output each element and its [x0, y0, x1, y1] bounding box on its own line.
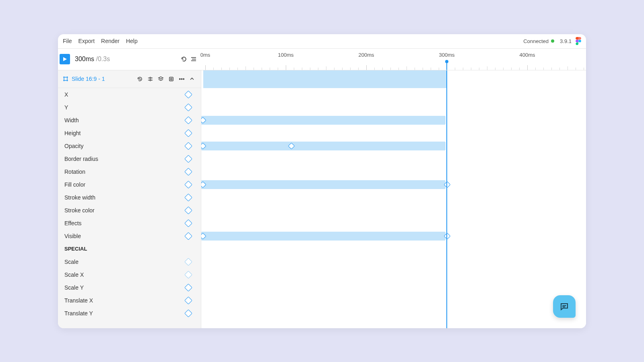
property-label: Scale X — [64, 272, 186, 278]
add-keyframe-button[interactable] — [184, 116, 192, 124]
property-row[interactable]: Translate X — [58, 294, 201, 307]
timeline[interactable] — [201, 70, 586, 328]
add-keyframe-button[interactable] — [184, 90, 192, 99]
add-keyframe-button[interactable] — [184, 284, 192, 292]
track-row[interactable] — [201, 230, 586, 243]
property-row[interactable]: Y — [58, 101, 201, 114]
track-row[interactable] — [201, 281, 586, 294]
add-keyframe-button[interactable] — [184, 193, 192, 202]
target-icon[interactable] — [167, 75, 175, 83]
track-row[interactable] — [201, 191, 586, 204]
add-keyframe-button[interactable] — [184, 206, 192, 214]
loop-icon[interactable] — [180, 56, 188, 63]
add-keyframe-button[interactable] — [184, 258, 192, 266]
property-row[interactable]: Scale Y — [58, 281, 201, 294]
property-row[interactable]: Translate Y — [58, 307, 201, 320]
section-header: SPECIAL — [58, 243, 201, 255]
clip[interactable] — [201, 116, 446, 125]
property-label: Border radius — [64, 156, 186, 162]
add-keyframe-button[interactable] — [184, 142, 192, 150]
menu-export[interactable]: Export — [75, 36, 98, 46]
track-row[interactable] — [201, 204, 586, 217]
menu-help[interactable]: Help — [123, 36, 141, 46]
menu-file[interactable]: File — [60, 36, 75, 46]
track-row[interactable] — [201, 268, 586, 281]
track-row[interactable] — [201, 307, 586, 320]
property-label: Y — [64, 104, 186, 111]
ruler-label: 300ms — [439, 52, 454, 58]
property-row[interactable]: Rotation — [58, 165, 201, 178]
add-keyframe-button[interactable] — [184, 232, 192, 240]
track-row[interactable] — [201, 152, 586, 165]
property-row[interactable]: Stroke color — [58, 204, 201, 217]
property-row[interactable]: Width — [58, 114, 201, 127]
playback-settings-icon[interactable] — [190, 56, 197, 63]
track-row[interactable] — [201, 178, 586, 191]
property-row[interactable]: Visible — [58, 230, 201, 243]
play-button[interactable] — [60, 54, 70, 64]
property-label: Height — [64, 130, 186, 136]
easing-icon[interactable] — [146, 75, 154, 83]
add-keyframe-button[interactable] — [184, 103, 192, 111]
track-row[interactable] — [201, 294, 586, 307]
add-keyframe-button[interactable] — [184, 155, 192, 163]
track-row[interactable] — [201, 101, 586, 114]
track-row[interactable] — [201, 88, 586, 101]
ruler-label: 200ms — [358, 52, 374, 58]
track-row[interactable] — [201, 127, 586, 140]
svg-point-4 — [170, 78, 172, 80]
add-keyframe-button[interactable] — [184, 168, 192, 176]
clip[interactable] — [201, 232, 446, 241]
property-row[interactable]: Scale X — [58, 268, 201, 281]
track-row[interactable] — [201, 140, 586, 152]
history-icon[interactable] — [136, 75, 144, 83]
track-row[interactable] — [201, 243, 586, 255]
clip[interactable] — [201, 142, 446, 150]
svg-point-5 — [179, 78, 180, 79]
property-row[interactable]: Fill color — [58, 178, 201, 191]
add-keyframe-button[interactable] — [184, 219, 192, 227]
menu-render[interactable]: Render — [98, 36, 123, 46]
main: Slide 16:9 - 1 XYWidthHeightOpacityBorde… — [58, 70, 586, 328]
property-row[interactable]: X — [58, 88, 201, 101]
property-row[interactable]: Scale — [58, 255, 201, 268]
property-row[interactable]: Opacity — [58, 140, 201, 152]
property-row[interactable]: Effects — [58, 217, 201, 230]
version-label: 3.9.1 — [560, 38, 572, 44]
property-row[interactable]: Border radius — [58, 152, 201, 165]
svg-point-2 — [149, 79, 151, 80]
toolbar-left: 300ms /0.3s — [58, 49, 201, 70]
property-row[interactable]: Height — [58, 127, 201, 140]
ruler-label: 100ms — [278, 52, 293, 58]
track-row-layer[interactable] — [201, 70, 586, 88]
track-row[interactable] — [201, 217, 586, 230]
svg-point-6 — [181, 78, 182, 79]
ruler[interactable]: 0ms100ms200ms300ms400ms — [201, 49, 586, 70]
svg-point-7 — [183, 78, 184, 79]
status-label: Connected — [523, 38, 549, 44]
track-row[interactable] — [201, 255, 586, 268]
clip[interactable] — [201, 180, 446, 189]
add-keyframe-button[interactable] — [184, 296, 192, 304]
sidebar: Slide 16:9 - 1 XYWidthHeightOpacityBorde… — [58, 70, 201, 328]
more-icon[interactable] — [178, 75, 186, 83]
layer-header[interactable]: Slide 16:9 - 1 — [58, 70, 201, 88]
add-keyframe-button[interactable] — [184, 271, 192, 279]
add-keyframe-button[interactable] — [184, 129, 192, 137]
collapse-icon[interactable] — [188, 75, 196, 83]
property-label: Translate Y — [64, 310, 186, 317]
add-keyframe-button[interactable] — [184, 181, 192, 189]
status-dot-icon — [551, 39, 554, 43]
property-list: XYWidthHeightOpacityBorder radiusRotatio… — [58, 88, 201, 328]
property-label: X — [64, 91, 186, 98]
property-row[interactable]: Stroke width — [58, 191, 201, 204]
frame-icon — [63, 76, 68, 82]
property-label: Stroke width — [64, 194, 186, 201]
layers-icon[interactable] — [157, 75, 165, 83]
chat-button[interactable] — [553, 295, 576, 318]
add-keyframe-button[interactable] — [184, 309, 192, 317]
property-label: Translate X — [64, 297, 186, 304]
layer-clip[interactable] — [203, 70, 446, 88]
track-row[interactable] — [201, 114, 586, 127]
track-row[interactable] — [201, 165, 586, 178]
